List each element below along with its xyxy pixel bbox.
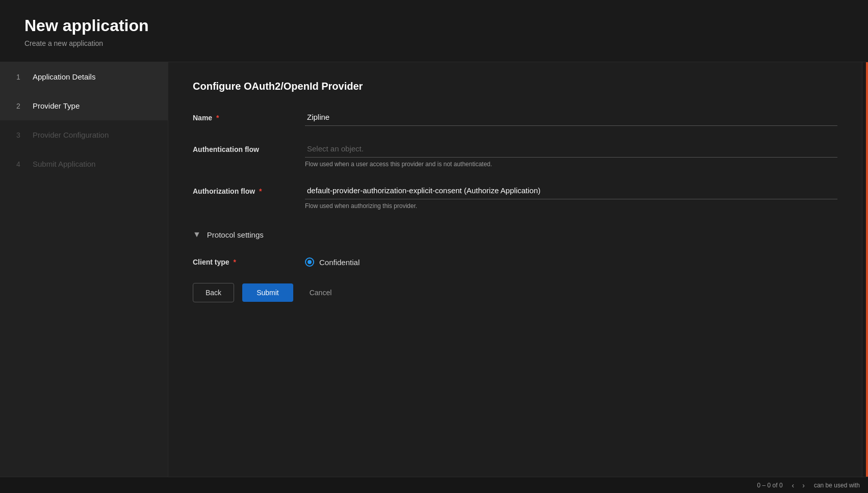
form-section-title: Configure OAuth2/OpenId Provider [193,81,837,92]
sidebar-item-provider-configuration: 3 Provider Configuration [0,120,168,149]
protocol-settings-toggle[interactable]: ▼ Protocol settings [193,224,837,245]
prev-page-button[interactable]: ‹ [789,480,798,490]
page-header: New application Create a new application [0,0,868,62]
authorization-flow-field: Flow used when authorizing this provider… [305,182,837,210]
name-field [305,109,837,126]
page-subtitle: Create a new application [24,39,844,47]
name-row: Name * [193,109,837,126]
client-type-row: Client type * Confidential [193,257,837,267]
sidebar-item-provider-type[interactable]: 2 Provider Type [0,91,168,120]
right-scroll-edge [862,62,868,484]
authorization-flow-input[interactable] [305,182,837,199]
client-type-confidential-option[interactable]: Confidential [305,257,360,267]
authorization-flow-required-star: * [259,187,262,195]
sidebar-label-provider-type: Provider Type [33,101,80,110]
step-number-1: 1 [16,73,24,81]
form-area: Configure OAuth2/OpenId Provider Name * … [168,62,862,484]
sidebar-label-submit-application: Submit Application [33,160,95,168]
client-type-label: Client type * [193,258,305,266]
form-actions: Back Submit Cancel [193,283,837,302]
sidebar-item-application-details[interactable]: 1 Application Details [0,62,168,91]
sidebar-label-provider-configuration: Provider Configuration [33,131,109,139]
chevron-down-icon: ▼ [193,230,201,239]
back-button[interactable]: Back [193,283,234,302]
authorization-flow-label: Authorization flow * [193,182,305,195]
name-input[interactable] [305,109,837,126]
protocol-settings-section: ▼ Protocol settings [193,224,837,245]
authentication-flow-label: Authentication flow [193,140,305,153]
name-label: Name * [193,109,305,122]
authentication-flow-input[interactable] [305,140,837,158]
next-page-button[interactable]: › [799,480,808,490]
step-number-3: 3 [16,131,24,139]
confidential-label: Confidential [319,258,360,267]
authentication-flow-hint: Flow used when a user access this provid… [305,161,837,168]
scroll-indicator [866,62,868,484]
authorization-flow-row: Authorization flow * Flow used when auth… [193,182,837,210]
footer-bar: 0 – 0 of 0 ‹ › can be used with [0,477,868,493]
sidebar-item-submit-application: 4 Submit Application [0,149,168,178]
sidebar-label-application-details: Application Details [33,72,95,81]
authorization-flow-hint: Flow used when authorizing this provider… [305,202,837,210]
step-number-4: 4 [16,160,24,168]
footer-hint-text: can be used with [814,482,860,489]
pagination-text: 0 – 0 of 0 [757,482,783,489]
sidebar: 1 Application Details 2 Provider Type 3 … [0,62,168,484]
footer-nav: ‹ › [789,480,808,490]
client-type-required-star: * [233,258,236,266]
protocol-settings-label: Protocol settings [207,230,264,239]
authentication-flow-field: Flow used when a user access this provid… [305,140,837,168]
submit-button[interactable]: Submit [242,283,293,302]
authentication-flow-row: Authentication flow Flow used when a use… [193,140,837,168]
cancel-button[interactable]: Cancel [301,283,340,302]
page-title: New application [24,16,844,35]
step-number-2: 2 [16,102,24,110]
name-required-star: * [216,114,219,122]
main-content: 1 Application Details 2 Provider Type 3 … [0,62,868,484]
confidential-radio[interactable] [305,257,314,267]
